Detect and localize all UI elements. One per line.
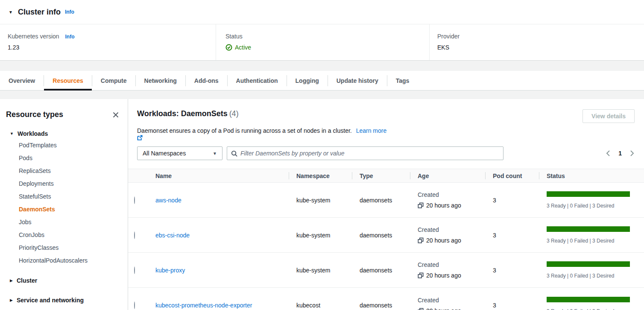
column-header-pod-count: Pod count (485, 169, 539, 182)
pod-count-cell: 3 (485, 197, 539, 204)
daemonsets-table: Name Namespace Type Age Pod count Status… (128, 169, 644, 310)
table-row: ebs-csi-node kube-system daemonsets Crea… (128, 218, 644, 253)
cluster-info-info-link[interactable]: Info (65, 9, 74, 15)
sidebar-item-deployments[interactable]: Deployments (19, 177, 122, 190)
provider-value: EKS (437, 44, 644, 51)
age-cell: Created 20 hours ago (410, 191, 485, 209)
sidebar-item-pods[interactable]: Pods (19, 152, 122, 164)
kubernetes-version-info-link[interactable]: Info (65, 34, 75, 40)
sidebar-item-daemonsets[interactable]: DaemonSets (19, 203, 122, 216)
tab-overview[interactable]: Overview (0, 71, 44, 90)
daemonset-name-link[interactable]: kube-proxy (155, 267, 185, 274)
row-radio-button[interactable] (134, 196, 135, 204)
age-cell: Created 20 hours ago (410, 297, 485, 310)
tab-tags[interactable]: Tags (387, 71, 418, 90)
table-header-row: Name Namespace Type Age Pod count Status (128, 169, 644, 183)
copy-icon[interactable] (418, 272, 424, 278)
sidebar-section-label: Workloads (18, 130, 48, 137)
search-input[interactable] (240, 150, 499, 157)
next-page-icon[interactable] (629, 150, 635, 157)
pod-count-cell: 3 (485, 267, 539, 274)
page-title: Cluster info (18, 8, 61, 17)
chevron-right-icon: ▶ (10, 278, 13, 283)
daemonset-name-link[interactable]: aws-node (155, 197, 181, 204)
pod-count-cell: 3 (485, 302, 539, 309)
row-count: (4) (229, 109, 239, 118)
view-details-button[interactable]: View details (583, 109, 635, 123)
type-cell: daemonsets (352, 232, 410, 239)
daemonsets-panel: Workloads: DaemonSets (4) View details D… (128, 99, 644, 310)
status-cell: 3 Ready | 0 Failed | 3 Desired (539, 191, 644, 209)
status-label: Status (225, 33, 429, 40)
chevron-down-icon: ▼ (213, 151, 217, 156)
status-field: Status Active (216, 24, 429, 60)
table-row: kubecost-prometheus-node-exporter kubeco… (128, 288, 644, 310)
tab-add-ons[interactable]: Add-ons (186, 71, 227, 90)
pod-count-cell: 3 (485, 232, 539, 239)
status-cell: 3 Ready | 0 Failed | 3 Desired (539, 297, 644, 310)
spacer (0, 61, 644, 71)
copy-icon[interactable] (418, 202, 424, 208)
sidebar-title: Resource types (6, 110, 63, 119)
sidebar-item-cronjobs[interactable]: CronJobs (19, 228, 122, 241)
table-row: aws-node kube-system daemonsets Created … (128, 183, 644, 218)
learn-more-link[interactable]: Learn more (356, 127, 387, 134)
search-filter-box (227, 146, 503, 160)
copy-icon[interactable] (418, 237, 424, 243)
tab-logging[interactable]: Logging (287, 71, 328, 90)
column-header-age: Age (410, 169, 485, 182)
row-radio-button[interactable] (134, 301, 135, 309)
provider-label: Provider (437, 33, 644, 40)
kubernetes-version-label: Kubernetes version (8, 33, 59, 40)
row-radio-button[interactable] (134, 266, 135, 274)
provider-field: Provider EKS (429, 24, 644, 60)
namespace-cell: kube-system (289, 197, 352, 204)
sidebar-item-priorityclasses[interactable]: PriorityClasses (19, 241, 122, 254)
column-header-name: Name (148, 169, 289, 182)
close-icon[interactable] (110, 111, 122, 119)
tab-authentication[interactable]: Authentication (228, 71, 287, 90)
row-radio-button[interactable] (134, 231, 135, 239)
namespace-cell: kube-system (289, 267, 352, 274)
copy-icon[interactable] (418, 308, 424, 310)
status-cell: 3 Ready | 0 Failed | 3 Desired (539, 226, 644, 244)
sidebar-section-service-networking[interactable]: ▶ Service and networking (6, 297, 122, 304)
column-header-namespace: Namespace (289, 169, 352, 182)
tab-networking[interactable]: Networking (136, 71, 185, 90)
collapse-caret-icon[interactable]: ▼ (9, 10, 13, 15)
previous-page-icon[interactable] (606, 150, 611, 157)
sidebar-item-replicasets[interactable]: ReplicaSets (19, 164, 122, 177)
cluster-info-header: ▼ Cluster info Info (0, 0, 644, 24)
search-icon (231, 150, 237, 157)
current-page-number[interactable]: 1 (618, 150, 622, 157)
status-progress-bar (547, 297, 630, 302)
sidebar-item-jobs[interactable]: Jobs (19, 216, 122, 228)
sidebar-item-statefulsets[interactable]: StatefulSets (19, 190, 122, 203)
chevron-down-icon: ▼ (10, 132, 14, 136)
column-header-status: Status (539, 169, 644, 182)
sidebar-section-cluster[interactable]: ▶ Cluster (6, 277, 122, 284)
status-active-check-icon (225, 44, 232, 51)
chevron-right-icon: ▶ (10, 298, 13, 302)
table-row: kube-proxy kube-system daemonsets Create… (128, 253, 644, 288)
cluster-overview-panel: Kubernetes version Info 1.23 Status Acti… (0, 24, 644, 61)
sidebar-item-horizontalpodautoscalers[interactable]: HorizontalPodAutoscalers (19, 254, 122, 267)
cluster-tabs: Overview Resources Compute Networking Ad… (0, 71, 644, 91)
status-progress-bar (547, 226, 630, 232)
age-cell: Created 20 hours ago (410, 261, 485, 279)
status-progress-bar (547, 191, 630, 197)
namespace-filter-select[interactable]: All Namespaces ▼ (137, 146, 222, 160)
sidebar-section-workloads[interactable]: ▼ Workloads (6, 130, 122, 137)
select-column-header (128, 169, 148, 182)
status-value: Active (235, 44, 251, 51)
tab-resources[interactable]: Resources (44, 71, 92, 90)
type-cell: daemonsets (352, 197, 410, 204)
age-cell: Created 20 hours ago (410, 226, 485, 244)
daemonset-name-link[interactable]: kubecost-prometheus-node-exporter (155, 302, 252, 309)
kubernetes-version-field: Kubernetes version Info 1.23 (0, 24, 216, 60)
tab-compute[interactable]: Compute (92, 71, 135, 90)
sidebar-item-podtemplates[interactable]: PodTemplates (19, 139, 122, 152)
tab-update-history[interactable]: Update history (328, 71, 387, 90)
table-description: Daemonset ensures a copy of a Pod is run… (137, 127, 635, 140)
daemonset-name-link[interactable]: ebs-csi-node (155, 232, 190, 239)
